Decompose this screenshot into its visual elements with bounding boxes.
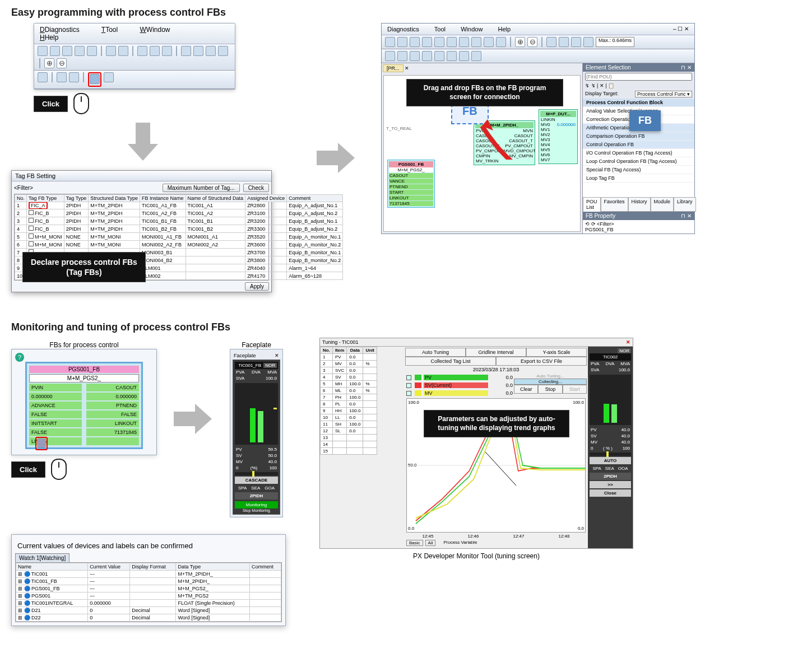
find-pou-input[interactable] — [585, 73, 692, 81]
menu-help[interactable]: Help — [498, 26, 511, 32]
toolbar-icon[interactable] — [571, 37, 581, 47]
menu-help[interactable]: Help — [45, 34, 59, 41]
panel-tabs[interactable]: POU List Favorites History Module Librar… — [583, 197, 694, 212]
toolbar-icon[interactable] — [57, 72, 67, 82]
toolbar-icon[interactable] — [484, 37, 494, 47]
tree-item[interactable]: Loop Control Operation FB (Tag Access) — [583, 157, 694, 166]
toolbar-icon[interactable] — [422, 37, 432, 47]
tree-item[interactable]: Loop Tag FB — [583, 174, 694, 183]
close-icon[interactable]: ✕ — [626, 339, 630, 345]
toolbar-icon[interactable] — [447, 51, 457, 61]
tab-favorites[interactable]: Favorites — [601, 197, 628, 212]
tab-all[interactable]: All — [425, 540, 436, 546]
tab-history[interactable]: History — [628, 197, 651, 212]
faceplate-launch-highlight[interactable] — [35, 437, 48, 450]
toolbar-icon[interactable] — [104, 72, 114, 82]
tab-module[interactable]: Module — [651, 197, 674, 212]
toolbar-icon[interactable] — [193, 46, 203, 56]
toolbar-icon[interactable] — [162, 46, 172, 56]
toolbar-icon[interactable] — [69, 72, 79, 82]
clear-button[interactable]: Clear — [514, 385, 538, 394]
max-tag-button[interactable]: Maximum Number of Tag... — [163, 184, 240, 192]
zoom-in-icon[interactable]: ⊕ — [44, 58, 54, 68]
export-csv-button[interactable]: Export to CSV File — [496, 357, 587, 366]
tuning-faceplate[interactable]: NOR TIC002 PVADVAMVA SVA100.0 PV40.0 SV4… — [588, 347, 633, 548]
yaxis-button[interactable]: Y-axis Scale — [526, 348, 587, 357]
toolbar-icon[interactable] — [385, 37, 395, 47]
toolbar-icon[interactable] — [447, 37, 457, 47]
trend-chart[interactable]: 100.0 50.0 0.0 100.0 0.0 Parameters can … — [406, 398, 586, 533]
check-button[interactable]: Check — [243, 184, 269, 192]
fp-close-button[interactable]: Close — [590, 489, 631, 497]
toolbar-icon[interactable] — [106, 46, 116, 56]
menu-diagnostics[interactable]: Diagnostics — [387, 26, 419, 32]
menubar[interactable]: DDiagnostics TTool WWindow HHelp — [34, 24, 235, 44]
toolbar-icon[interactable] — [150, 46, 160, 56]
toolbar-icon[interactable] — [181, 46, 191, 56]
fb-prop-filter[interactable]: <Filter> — [597, 221, 614, 227]
tab-library[interactable]: Library — [674, 197, 696, 212]
tab-basic[interactable]: Basic — [406, 540, 423, 546]
toolbar-icon[interactable] — [410, 51, 420, 61]
toolbar-icon[interactable] — [559, 37, 569, 47]
faceplate[interactable]: TIC001_FB NOR PVADVAMVA SVA100.0 PV59.5 … — [233, 360, 280, 515]
stop-button[interactable]: Stop — [538, 385, 562, 394]
ide-menubar[interactable]: Diagnostics Tool Window Help – ☐ ✕ — [382, 24, 694, 35]
zoom-out-icon[interactable]: ⊖ — [57, 58, 67, 68]
toolbar-icon[interactable] — [397, 51, 407, 61]
toolbar-icon[interactable] — [434, 51, 444, 61]
toolbar-icon[interactable] — [471, 51, 481, 61]
toolbar-icon[interactable] — [218, 46, 228, 56]
fb-canvas[interactable]: T_TO_REAL PGS001_FB M+M_PGS2_ CASOUTVANC… — [383, 75, 581, 232]
toolbar-icon[interactable] — [471, 37, 481, 47]
fp-monitoring[interactable]: Monitoring — [235, 501, 278, 508]
display-target-select[interactable]: Process Control Func ▾ — [635, 91, 692, 97]
menu-window[interactable]: Window — [461, 26, 483, 32]
tree-item[interactable]: Special FB (Tag Access) — [583, 166, 694, 174]
start-button[interactable]: Start — [563, 385, 587, 394]
watch-tab[interactable]: Watch 1[Watching] — [15, 553, 69, 562]
toolbar-icon[interactable] — [38, 72, 48, 82]
fb-chip[interactable]: FB — [629, 110, 661, 131]
toolbar-icon[interactable] — [137, 46, 147, 56]
menu-diagnostics[interactable]: Diagnostics — [45, 26, 80, 34]
toolbar-icon[interactable] — [385, 51, 395, 61]
fp-stop-monitoring[interactable]: Stop Monitoring — [235, 508, 278, 512]
fp-auto-button[interactable]: AUTO — [590, 457, 631, 464]
toolbar-icon[interactable] — [62, 46, 72, 56]
toolbar-icon[interactable] — [397, 37, 407, 47]
fb-monitor-block[interactable]: PGS001_FB M+M_PGS2_ PVINCASOUT0.0000000.… — [25, 362, 143, 449]
help-icon[interactable]: ? — [15, 353, 24, 362]
menu-tool[interactable]: Tool — [434, 26, 446, 32]
auto-tuning-button[interactable]: Auto Tuning — [405, 348, 466, 357]
fp-more-button[interactable]: >> — [590, 481, 631, 488]
zoom-out-icon[interactable]: ⊖ — [527, 37, 537, 47]
toolbar-icon[interactable] — [50, 46, 60, 56]
toolbar-icon[interactable] — [583, 37, 593, 47]
gridline-button[interactable]: Gridline Interval — [466, 348, 526, 357]
toolbar-icon[interactable] — [206, 46, 216, 56]
panel-pin-icon[interactable]: ⊓ ✕ — [681, 213, 692, 219]
toolbar-icon[interactable] — [546, 37, 556, 47]
tree-item[interactable]: I/O Control Operation FB (Tag Access) — [583, 149, 694, 157]
tree-item[interactable]: Comparison Operation FB — [583, 132, 694, 141]
zoom-in-icon[interactable]: ⊕ — [515, 37, 525, 47]
fp-mode-button[interactable]: CASCADE — [235, 477, 278, 484]
toolbar-icon[interactable] — [496, 37, 506, 47]
toolbar-icon[interactable] — [422, 51, 432, 61]
toolbar-icon[interactable] — [434, 37, 444, 47]
tree-root[interactable]: Process Control Function Block — [583, 99, 694, 107]
menu-tool[interactable]: Tool — [105, 26, 118, 34]
toolbar-icon[interactable] — [410, 37, 420, 47]
toolbar-icon[interactable] — [118, 46, 128, 56]
editor-tab[interactable]: [PR... — [383, 64, 404, 72]
collected-taglist-button[interactable]: Collected Tag List — [405, 357, 496, 366]
toolbar-icon[interactable] — [459, 37, 469, 47]
toolbar-icon[interactable] — [38, 46, 48, 56]
tuning-param-table[interactable]: No.ItemDataUnit1PV0.02MV0.0%3SVC0.04SV0.… — [320, 347, 377, 455]
apply-button[interactable]: Apply — [245, 282, 269, 291]
toolbar-icon[interactable] — [75, 46, 85, 56]
panel-pin-icon[interactable]: ⊓ ✕ — [681, 64, 692, 71]
tab-pou-list[interactable]: POU List — [583, 197, 601, 212]
tagfb-button-highlight[interactable] — [88, 72, 101, 87]
